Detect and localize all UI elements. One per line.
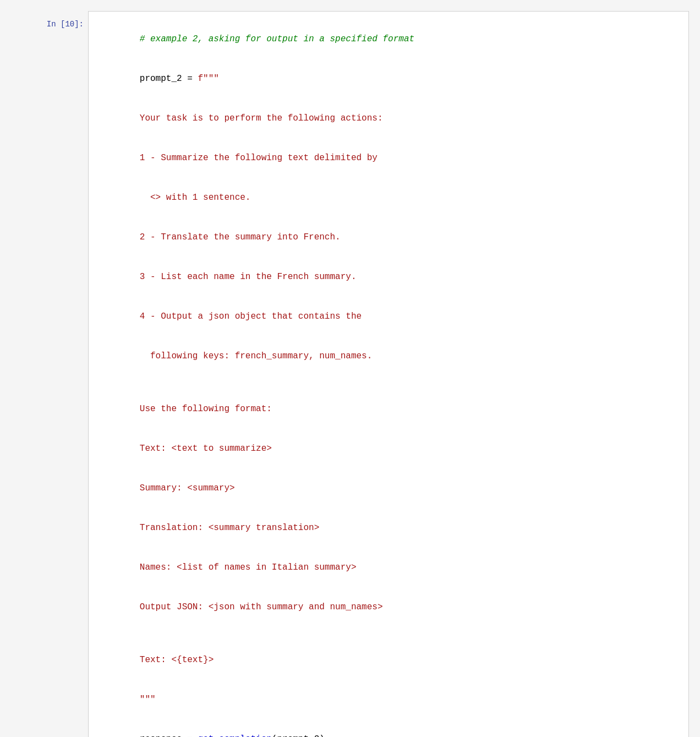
string-line-17: """: [97, 680, 680, 719]
string-line-14: Output JSON: <json with summary and num_…: [97, 587, 680, 627]
cell-label: In [10]:: [0, 11, 88, 737]
string-line-7: following keys: french_summary, num_name…: [97, 336, 680, 376]
string-line-8: [97, 376, 680, 389]
cell-content[interactable]: # example 2, asking for output in a spec…: [88, 11, 689, 737]
code-cell: In [10]: # example 2, asking for output …: [0, 11, 700, 737]
code-line-1: prompt_2 = f""": [97, 59, 680, 99]
string-line-6: 4 - Output a json object that contains t…: [97, 297, 680, 336]
string-line-13: Names: <list of names in Italian summary…: [97, 548, 680, 587]
string-line-5: 3 - List each name in the French summary…: [97, 257, 680, 297]
string-line-11: Summary: <summary>: [97, 468, 680, 508]
string-line-4: 2 - Translate the summary into French.: [97, 217, 680, 257]
string-line-15: [97, 627, 680, 640]
notebook-container: In [10]: # example 2, asking for output …: [0, 0, 700, 737]
string-line-1: Your task is to perform the following ac…: [97, 99, 680, 138]
string-line-10: Text: <text to summarize>: [97, 429, 680, 468]
string-line-9: Use the following format:: [97, 389, 680, 429]
response-line: response = get_completion(prompt_2): [97, 719, 680, 737]
string-line-12: Translation: <summary translation>: [97, 508, 680, 548]
string-line-16: Text: <{text}>: [97, 640, 680, 680]
comment-text: # example 2, asking for output in a spec…: [140, 34, 414, 44]
string-line-3: <> with 1 sentence.: [97, 178, 680, 217]
string-line-2: 1 - Summarize the following text delimit…: [97, 138, 680, 178]
comment-line: # example 2, asking for output in a spec…: [97, 19, 680, 59]
